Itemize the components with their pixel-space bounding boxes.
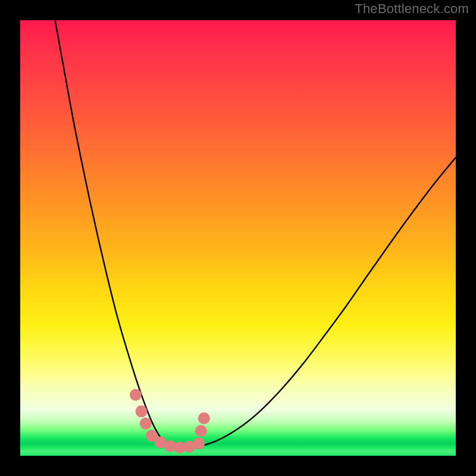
highlight-marker bbox=[198, 412, 210, 424]
highlight-marker bbox=[140, 418, 152, 430]
plot-area bbox=[20, 20, 456, 456]
highlight-marker bbox=[130, 389, 142, 401]
watermark-text: TheBottleneck.com bbox=[355, 1, 469, 17]
highlight-marker bbox=[135, 405, 147, 417]
highlight-marker bbox=[193, 438, 205, 450]
chart-frame: TheBottleneck.com bbox=[0, 0, 476, 476]
curve-highlight-markers bbox=[20, 20, 456, 456]
highlight-marker bbox=[195, 425, 207, 437]
